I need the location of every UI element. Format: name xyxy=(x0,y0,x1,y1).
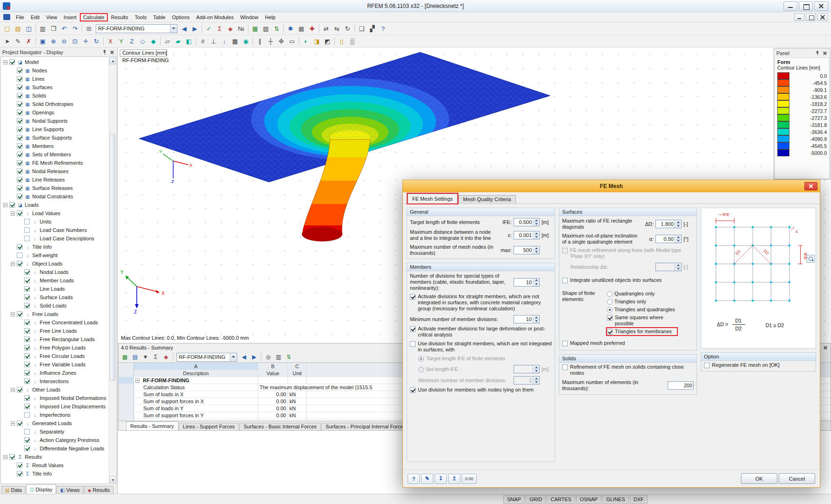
tree-checkbox[interactable] xyxy=(24,345,30,350)
zoom-all-icon[interactable]: ⊡ xyxy=(70,36,80,46)
document-icon[interactable] xyxy=(3,14,10,20)
solids-refinement-checkbox[interactable] xyxy=(562,364,568,370)
spin-up-button[interactable] xyxy=(533,218,539,222)
show-supports-icon[interactable]: ⊥ xyxy=(208,36,219,46)
show-contour-lines-icon[interactable]: ◉ xyxy=(240,36,251,46)
inclination-input[interactable]: 0.50 xyxy=(655,235,682,243)
spin-up-button[interactable] xyxy=(533,315,539,319)
tree-checkbox[interactable] xyxy=(24,286,30,292)
use-division-nodes-checkbox[interactable] xyxy=(410,387,416,393)
menu-item-file[interactable]: File xyxy=(13,13,28,21)
tree-item-model[interactable]: ◪Model xyxy=(1,58,108,66)
spin-down-button[interactable] xyxy=(533,222,539,226)
tree-item-differentiate-negative-loads[interactable]: ↓Differentiate Negative Loads xyxy=(1,444,108,453)
max-nodes-input[interactable]: 500 xyxy=(514,246,540,254)
set-length-input[interactable] xyxy=(514,365,540,373)
tree-item-members[interactable]: ▦Members xyxy=(1,142,108,150)
edit-object-icon[interactable]: ✎ xyxy=(13,36,23,46)
tree-item-line-supports[interactable]: ▦Line Supports xyxy=(1,125,108,133)
collapse-icon[interactable] xyxy=(11,421,15,426)
menu-item-edit[interactable]: Edit xyxy=(28,13,43,21)
set-length-radio[interactable] xyxy=(418,367,424,372)
tree-item-imperfections[interactable]: ↓Imperfections xyxy=(1,411,108,419)
tree-checkbox[interactable] xyxy=(17,210,22,216)
tree-checkbox[interactable] xyxy=(24,370,30,376)
triangles-membranes-row[interactable]: Triangles for membranes xyxy=(607,328,677,335)
ratio-input[interactable]: 1.800 xyxy=(655,220,682,228)
status-toggle-glines[interactable]: GLINES xyxy=(602,495,628,504)
tree-item-solids[interactable]: ▦Solids xyxy=(1,91,108,100)
user-views-icon[interactable]: ◨ xyxy=(311,36,322,46)
scroll-thumb[interactable] xyxy=(110,134,115,381)
spin-down-button[interactable] xyxy=(533,319,539,323)
collapse-icon[interactable] xyxy=(11,211,15,216)
clipping-planes-icon[interactable]: ◩ xyxy=(322,36,333,46)
use-division-nodes-row[interactable]: Use division for members with nodes lyin… xyxy=(407,385,555,394)
spin-up-button[interactable] xyxy=(533,246,539,250)
dialog-titlebar[interactable]: FE Mesh xyxy=(403,180,820,192)
tree-checkbox[interactable] xyxy=(24,412,30,418)
quadrangles-only-row[interactable]: Quadrangles only xyxy=(607,290,677,297)
filter-rows-icon[interactable]: ▼ xyxy=(141,353,150,362)
diagram-zoom-icon[interactable] xyxy=(807,255,815,263)
spin-up-button[interactable] xyxy=(533,365,539,369)
show-numbering-icon[interactable]: # xyxy=(197,36,208,46)
tree-item-result-values[interactable]: ΣResult Values xyxy=(1,461,108,469)
spin-down-button[interactable] xyxy=(533,250,539,254)
mdi-close-icon[interactable] xyxy=(817,14,828,21)
menu-item-help[interactable]: Help xyxy=(262,13,279,21)
print-table-icon[interactable]: ▥ xyxy=(274,353,283,362)
import-settings-button[interactable]: ↧ xyxy=(435,474,447,484)
wireframe-mode-icon[interactable]: ▱ xyxy=(162,36,173,46)
tree-checkbox[interactable] xyxy=(24,278,30,283)
set-length-radio-row[interactable]: Set length lFE : [m] xyxy=(407,363,555,374)
triangles-membranes-checkbox[interactable] xyxy=(607,329,613,335)
tree-checkbox[interactable] xyxy=(17,185,22,191)
tables-icon[interactable]: ▦ xyxy=(250,24,261,34)
minimize-icon[interactable] xyxy=(783,1,797,11)
results-tab-surfaces-basic-internal-forces[interactable]: Surfaces - Basic Internal Forces xyxy=(239,423,321,430)
spin-up-button[interactable] xyxy=(675,220,681,224)
tree-checkbox[interactable] xyxy=(24,395,30,401)
dialog-tab-mesh-quality-criteria[interactable]: Mesh Quality Criteria xyxy=(458,195,516,203)
tree-checkbox[interactable] xyxy=(24,320,30,325)
results-tab-results-summary[interactable]: Results - Summary xyxy=(126,421,178,430)
spin-down-button[interactable] xyxy=(533,235,539,239)
show-results-icon[interactable]: ◈ xyxy=(225,24,236,34)
tree-checkbox[interactable] xyxy=(17,244,22,250)
tree-item-results[interactable]: ΣResults xyxy=(1,453,108,461)
tree-item-surface-loads[interactable]: ↓Surface Loads xyxy=(1,293,108,301)
refinement-lines-row[interactable]: FE mesh refinement along lines (with Mod… xyxy=(559,246,697,261)
window-list-icon[interactable]: ▞ xyxy=(367,24,378,34)
tree-item-free-circular-loads[interactable]: ↓Free Circular Loads xyxy=(1,352,108,360)
load-cases-icon[interactable]: ⊞ xyxy=(84,24,94,34)
results-close-icon[interactable] xyxy=(823,345,828,350)
tree-checkbox[interactable] xyxy=(17,261,22,266)
solids-max-elements-input[interactable]: 200 xyxy=(668,381,694,390)
status-toggle-dxf[interactable]: DXF xyxy=(630,495,648,504)
integrate-objects-row[interactable]: Integrate unutilized objects into surfac… xyxy=(559,276,697,285)
tree-item-title-info[interactable]: ↓Title Info xyxy=(1,243,108,251)
status-toggle-osnap[interactable]: OSNAP xyxy=(576,495,602,504)
mapped-mesh-checkbox[interactable] xyxy=(562,341,568,346)
target-length-radio-row[interactable]: Target length lFE of finite elements xyxy=(407,354,555,363)
triangles-only-radio[interactable] xyxy=(607,299,613,305)
rotate-copy-icon[interactable]: ↻ xyxy=(342,24,353,34)
menu-item-view[interactable]: View xyxy=(43,13,61,21)
collapse-icon[interactable] xyxy=(3,60,7,64)
menu-item-insert[interactable]: Insert xyxy=(60,13,80,21)
menu-item-add-on-modules[interactable]: Add-on Modules xyxy=(193,13,237,21)
tree-checkbox[interactable] xyxy=(17,311,22,317)
tree-checkbox[interactable] xyxy=(9,202,15,208)
comment-button[interactable]: ✎ xyxy=(421,474,433,484)
panel-pin-icon[interactable] xyxy=(815,50,820,56)
min-divisions-input[interactable]: 10 xyxy=(514,315,540,323)
tree-checkbox[interactable] xyxy=(24,378,30,384)
tree-item-object-loads[interactable]: ↓Object Loads xyxy=(1,259,108,268)
tree-item-separately[interactable]: ↓Separately xyxy=(1,427,108,436)
spin-up-button[interactable] xyxy=(533,377,539,380)
result-filter-icon[interactable]: ◈ xyxy=(161,353,171,362)
spin-down-button[interactable] xyxy=(533,380,539,385)
tree-checkbox[interactable] xyxy=(17,160,22,166)
spin-down-button[interactable] xyxy=(675,224,681,228)
